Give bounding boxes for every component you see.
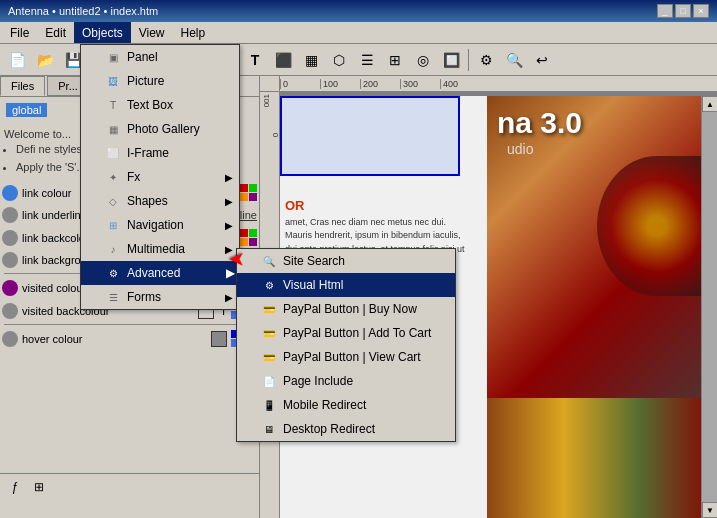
forms-label: Forms — [127, 290, 161, 304]
title-bar-buttons[interactable]: _ □ × — [657, 4, 709, 18]
paypal-buy-icon: 💳 — [261, 301, 277, 317]
link-colour-icon — [2, 185, 18, 201]
hover-colour-swatch[interactable] — [211, 331, 227, 347]
multimedia-label: Multimedia — [127, 242, 185, 256]
toolbar-icon-6[interactable]: ☰ — [354, 47, 380, 73]
panel-label: Panel — [127, 50, 158, 64]
sitesearch-icon: 🔍 — [261, 253, 277, 269]
pageinclude-icon: 📄 — [261, 373, 277, 389]
textbox-label: Text Box — [127, 98, 173, 112]
link-underline-icon — [2, 207, 18, 223]
visualhtml-label: Visual Html — [283, 278, 343, 292]
title-bar: Antenna • untitled2 • index.htm _ □ × — [0, 0, 717, 22]
toolbar-icon-5[interactable]: ⬡ — [326, 47, 352, 73]
logo-sub: udio — [507, 141, 533, 157]
tab-files[interactable]: Files — [0, 76, 45, 96]
paypal-cart-icon: 💳 — [261, 325, 277, 341]
forms-icon: ☰ — [105, 289, 121, 305]
toolbar-icon-t[interactable]: T — [242, 47, 268, 73]
ruler-mark-100: 100 — [320, 79, 360, 89]
menu-objects[interactable]: Objects — [74, 22, 131, 43]
objects-menu: ▣ Panel 🖼 Picture T Text Box ▦ Photo Gal… — [80, 44, 240, 310]
objects-menu-photogallery[interactable]: ▦ Photo Gallery — [81, 117, 239, 141]
navigation-label: Navigation — [127, 218, 184, 232]
submenu-paypal-buy[interactable]: 💳 PayPal Button | Buy Now — [237, 297, 455, 321]
picture-label: Picture — [127, 74, 164, 88]
objects-menu-shapes[interactable]: ◇ Shapes ▶ — [81, 189, 239, 213]
ruler-mark-200: 200 — [360, 79, 400, 89]
lb-icon-1[interactable]: ƒ — [4, 476, 26, 498]
submenu-pageinclude[interactable]: 📄 Page Include — [237, 369, 455, 393]
new-button[interactable]: 📄 — [4, 47, 30, 73]
minimize-button[interactable]: _ — [657, 4, 673, 18]
photogallery-label: Photo Gallery — [127, 122, 200, 136]
close-button[interactable]: × — [693, 4, 709, 18]
sitesearch-label: Site Search — [283, 254, 345, 268]
fx-label: Fx — [127, 170, 140, 184]
objects-menu-iframe[interactable]: ⬜ I-Frame — [81, 141, 239, 165]
menu-view[interactable]: View — [131, 22, 173, 43]
or-text: OR — [285, 198, 305, 213]
visited-colour-icon — [2, 280, 18, 296]
menu-edit[interactable]: Edit — [37, 22, 74, 43]
objects-menu-fx[interactable]: ✦ Fx ▶ — [81, 165, 239, 189]
toolbar-icon-4[interactable]: ▦ — [298, 47, 324, 73]
mask-image — [597, 156, 717, 296]
toolbar-icon-11[interactable]: 🔍 — [501, 47, 527, 73]
menu-file[interactable]: File — [2, 22, 37, 43]
objects-menu-forms[interactable]: ☰ Forms ▶ — [81, 285, 239, 309]
objects-menu-advanced[interactable]: ⚙ Advanced ▶ — [81, 261, 239, 285]
vertical-scrollbar[interactable]: ▲ ▼ — [701, 96, 717, 518]
advanced-label: Advanced — [127, 266, 180, 280]
multimedia-icon: ♪ — [105, 241, 121, 257]
toolbar-icon-9[interactable]: 🔲 — [438, 47, 464, 73]
toolbar-sep-3 — [468, 49, 469, 71]
objects-menu-picture[interactable]: 🖼 Picture — [81, 69, 239, 93]
hover-colour-item: hover colour — [0, 327, 259, 350]
visited-backcolour-icon — [2, 303, 18, 319]
submenu-desktopredirect[interactable]: 🖥 Desktop Redirect — [237, 417, 455, 441]
submenu-mobileredirect[interactable]: 📱 Mobile Redirect — [237, 393, 455, 417]
submenu-sitesearch[interactable]: 🔍 Site Search — [237, 249, 455, 273]
open-button[interactable]: 📂 — [32, 47, 58, 73]
scroll-track[interactable] — [702, 112, 717, 502]
forms-arrow-icon: ▶ — [225, 292, 233, 303]
desktopredirect-icon: 🖥 — [261, 421, 277, 437]
submenu-paypal-view[interactable]: 💳 PayPal Button | View Cart — [237, 345, 455, 369]
toolbar-icon-7[interactable]: ⊞ — [382, 47, 408, 73]
left-bottom-icons: ƒ ⊞ — [0, 473, 260, 500]
picture-icon: 🖼 — [105, 73, 121, 89]
shapes-label: Shapes — [127, 194, 168, 208]
bg-image: na 3.0 udio — [487, 96, 717, 518]
iframe-icon: ⬜ — [105, 145, 121, 161]
toolbar-icon-10[interactable]: ⚙ — [473, 47, 499, 73]
visualhtml-icon: ⚙ — [261, 277, 277, 293]
objects-menu-panel[interactable]: ▣ Panel — [81, 45, 239, 69]
submenu-paypal-cart[interactable]: 💳 PayPal Button | Add To Cart — [237, 321, 455, 345]
mobileredirect-icon: 📱 — [261, 397, 277, 413]
fx-arrow-icon: ▶ — [225, 172, 233, 183]
ruler-corner — [260, 76, 280, 92]
shapes-arrow-icon: ▶ — [225, 196, 233, 207]
paypal-view-label: PayPal Button | View Cart — [283, 350, 421, 364]
logo-text: na 3.0 — [497, 106, 582, 140]
toolbar-icon-8[interactable]: ◎ — [410, 47, 436, 73]
objects-menu-textbox[interactable]: T Text Box — [81, 93, 239, 117]
selection-rect — [280, 96, 460, 176]
scroll-up-button[interactable]: ▲ — [702, 96, 717, 112]
toolbar-icon-3[interactable]: ⬛ — [270, 47, 296, 73]
global-tag[interactable]: global — [6, 103, 47, 117]
submenu-visualhtml[interactable]: ⚙ Visual Html — [237, 273, 455, 297]
app-title: Antenna • untitled2 • index.htm — [8, 5, 657, 17]
menu-help[interactable]: Help — [173, 22, 214, 43]
toolbar-icon-12[interactable]: ↩ — [529, 47, 555, 73]
scroll-down-button[interactable]: ▼ — [702, 502, 717, 518]
paypal-buy-label: PayPal Button | Buy Now — [283, 302, 417, 316]
bottom-image — [487, 398, 717, 518]
maximize-button[interactable]: □ — [675, 4, 691, 18]
prop-divider-2 — [4, 324, 255, 325]
lb-icon-2[interactable]: ⊞ — [28, 476, 50, 498]
advanced-icon: ⚙ — [105, 265, 121, 281]
objects-menu-navigation[interactable]: ⊞ Navigation ▶ — [81, 213, 239, 237]
objects-menu-multimedia[interactable]: ♪ Multimedia ▶ — [81, 237, 239, 261]
